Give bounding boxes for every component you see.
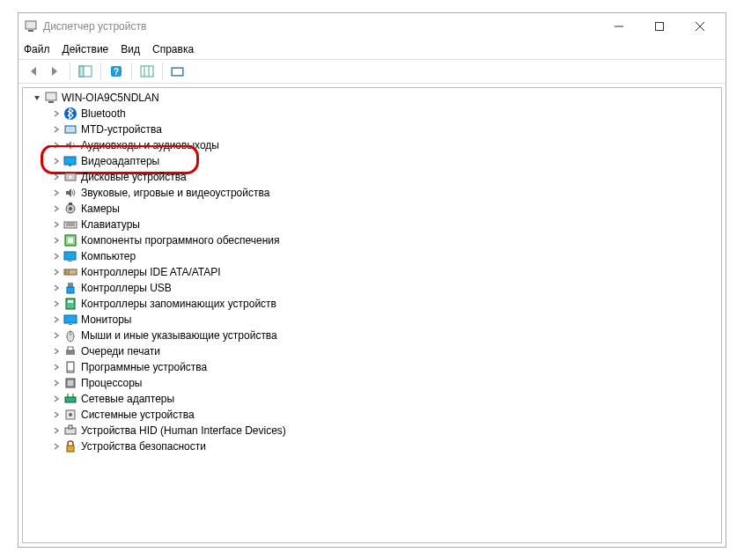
- chevron-right-icon[interactable]: [51, 425, 62, 436]
- tree-root[interactable]: WIN-OIA9C5NDLAN: [23, 90, 721, 106]
- chevron-right-icon[interactable]: [51, 283, 62, 293]
- tree-node-usb[interactable]: Контроллеры USB: [23, 280, 721, 296]
- menu-file[interactable]: Файл: [24, 43, 50, 55]
- svg-rect-35: [64, 252, 76, 260]
- menu-help[interactable]: Справка: [152, 43, 194, 55]
- svg-rect-54: [65, 397, 76, 402]
- svg-rect-41: [67, 287, 74, 293]
- maximize-button[interactable]: [639, 13, 680, 40]
- tree-node-label: Bluetooth: [81, 107, 126, 120]
- svg-rect-29: [69, 203, 72, 205]
- chevron-right-icon[interactable]: [51, 188, 62, 198]
- tree-node-ide[interactable]: Контроллеры IDE ATA/ATAPI: [23, 264, 721, 280]
- tree-node-label: Очереди печати: [81, 345, 160, 357]
- chevron-right-icon[interactable]: [51, 346, 62, 357]
- properties-button[interactable]: [168, 62, 188, 81]
- tree-node-hid[interactable]: Устройства HID (Human Interface Devices): [23, 423, 721, 438]
- tree-node-label: Сетевые адаптеры: [81, 393, 174, 405]
- svg-rect-60: [69, 425, 72, 429]
- tree-node-cpu[interactable]: Процессоры: [23, 375, 721, 391]
- svg-rect-10: [141, 66, 153, 77]
- show-hide-tree-button[interactable]: [76, 62, 95, 81]
- tree-node-display[interactable]: Видеоадаптеры: [23, 153, 721, 169]
- chevron-right-icon[interactable]: [51, 394, 62, 404]
- scan-hardware-button[interactable]: [137, 62, 157, 81]
- tree-node-computer[interactable]: Компьютер: [23, 248, 721, 264]
- tree-node-disk[interactable]: Дисковые устройства: [23, 169, 721, 185]
- chevron-right-icon[interactable]: [51, 172, 62, 182]
- forward-button[interactable]: [45, 62, 64, 81]
- tree-node-monitor[interactable]: Мониторы: [23, 312, 721, 328]
- softdev-icon: [63, 360, 77, 374]
- network-icon: [63, 392, 77, 406]
- tree-node-printer[interactable]: Очереди печати: [23, 343, 721, 359]
- chevron-right-icon[interactable]: [51, 330, 62, 341]
- tree-node-label: Контроллеры запоминающих устройств: [81, 298, 276, 310]
- chevron-right-icon[interactable]: [51, 409, 62, 420]
- chevron-right-icon[interactable]: [51, 298, 62, 309]
- chevron-right-icon[interactable]: [51, 235, 62, 246]
- toolbar-separator: [162, 63, 163, 80]
- chevron-right-icon[interactable]: [51, 108, 62, 119]
- tree-node-network[interactable]: Сетевые адаптеры: [23, 391, 721, 407]
- computer-icon: [44, 91, 58, 105]
- tree-node-system[interactable]: Системные устройства: [23, 407, 721, 423]
- chevron-right-icon[interactable]: [51, 362, 62, 372]
- svg-rect-42: [66, 298, 75, 309]
- software-icon: [63, 233, 77, 247]
- svg-rect-44: [64, 315, 77, 323]
- device-tree[interactable]: WIN-OIA9C5NDLANBluetoothMTD-устройстваАу…: [22, 87, 722, 543]
- computer-icon: [63, 249, 77, 263]
- svg-rect-22: [69, 165, 71, 166]
- tree-node-sound[interactable]: Звуковые, игровые и видеоустройства: [23, 185, 721, 201]
- chevron-right-icon[interactable]: [51, 378, 62, 388]
- minimize-button[interactable]: [599, 13, 639, 40]
- svg-rect-18: [65, 126, 76, 133]
- tree-node-label: Устройства HID (Human Interface Devices): [81, 424, 286, 437]
- tree-node-storage[interactable]: Контроллеры запоминающих устройств: [23, 296, 721, 312]
- tree-node-bluetooth[interactable]: Bluetooth: [23, 106, 721, 122]
- svg-rect-1: [28, 30, 33, 32]
- toolbar: ?: [18, 59, 726, 84]
- tree-node-label: Компьютер: [81, 250, 136, 262]
- help-button[interactable]: ?: [107, 62, 126, 81]
- chevron-right-icon[interactable]: [51, 219, 62, 230]
- tree-node-mouse[interactable]: Мыши и иные указывающие устройства: [23, 328, 721, 343]
- back-button[interactable]: [24, 62, 43, 81]
- svg-rect-40: [68, 283, 73, 287]
- tree-node-mtd[interactable]: MTD-устройства: [23, 122, 721, 137]
- svg-rect-43: [68, 300, 73, 303]
- tree-node-label: Контроллеры USB: [81, 282, 172, 294]
- svg-rect-34: [68, 238, 73, 243]
- svg-rect-3: [656, 23, 664, 31]
- mouse-icon: [63, 328, 77, 343]
- tree-node-security[interactable]: Устройства безопасности: [23, 438, 721, 454]
- svg-rect-61: [67, 446, 74, 452]
- tree-node-keyboard[interactable]: Клавиатуры: [23, 217, 721, 232]
- close-button[interactable]: [680, 13, 720, 40]
- svg-rect-16: [48, 101, 54, 103]
- tree-node-camera[interactable]: Камеры: [23, 201, 721, 217]
- chevron-right-icon[interactable]: [51, 251, 62, 262]
- tree-node-label: Устройства безопасности: [81, 440, 206, 453]
- chevron-right-icon[interactable]: [51, 124, 62, 135]
- device-manager-window: Диспетчер устройств Файл Действие Вид Сп…: [18, 12, 726, 548]
- tree-node-software[interactable]: Компоненты программного обеспечения: [23, 232, 721, 248]
- menu-view[interactable]: Вид: [121, 43, 140, 55]
- security-icon: [63, 439, 77, 453]
- camera-icon: [63, 202, 77, 216]
- chevron-right-icon[interactable]: [51, 156, 62, 166]
- content-pane: WIN-OIA9C5NDLANBluetoothMTD-устройстваАу…: [18, 84, 726, 547]
- chevron-right-icon[interactable]: [51, 314, 62, 325]
- bluetooth-icon: [63, 107, 77, 121]
- chevron-right-icon[interactable]: [51, 203, 62, 214]
- chevron-down-icon[interactable]: [32, 92, 42, 103]
- chevron-right-icon[interactable]: [51, 441, 62, 452]
- disk-icon: [63, 170, 77, 184]
- toolbar-separator: [131, 63, 132, 80]
- menu-action[interactable]: Действие: [63, 43, 109, 55]
- menubar: Файл Действие Вид Справка: [18, 40, 726, 59]
- tree-node-softdev[interactable]: Программные устройства: [23, 359, 721, 375]
- chevron-right-icon[interactable]: [51, 267, 62, 277]
- svg-text:?: ?: [114, 67, 119, 77]
